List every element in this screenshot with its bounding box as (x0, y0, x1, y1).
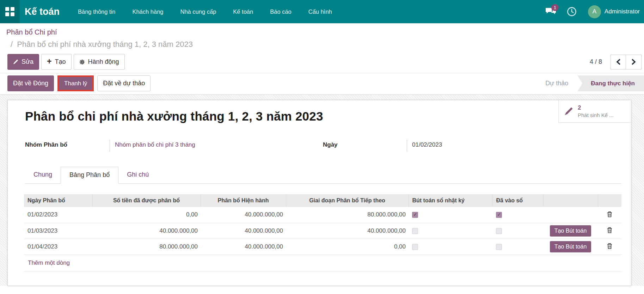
cell-allocated: 40.000.000,00 (92, 223, 201, 239)
header-allocation-date[interactable]: Ngày Phân bổ (24, 194, 92, 207)
record-title: Phân bổ chi phí nhà xưởng tháng 1, 2, 3 … (25, 109, 550, 123)
delete-row-button[interactable] (606, 226, 613, 234)
gear-icon (79, 59, 85, 65)
cell-next: 40.000.000,00 (286, 223, 409, 239)
cell-date: 01/03/2023 (24, 223, 92, 239)
top-navbar: Kế toán Bảng thông tin Khách hàng Nhà cu… (0, 0, 644, 23)
clock-icon (567, 7, 577, 17)
liquidate-button[interactable]: Thanh lý (59, 77, 92, 90)
chevron-right-icon (631, 59, 636, 65)
allocation-group-label: Nhóm Phân bổ (25, 140, 110, 148)
statusbar: Đặt về Đóng Thanh lý Đặt về dự thảo Dự t… (0, 73, 644, 95)
trash-icon (607, 211, 612, 218)
date-label: Ngày (323, 140, 407, 148)
cell-next: 80.000.000,00 (286, 207, 409, 223)
add-line-link[interactable]: Thêm một dòng (24, 255, 621, 271)
journal-entries-stat-button[interactable]: 2 Phát sinh Kế ... (558, 100, 631, 123)
table-header-row: Ngày Phân bổ Số tiền đã được phân bổ Phâ… (24, 194, 621, 207)
journal-entry-checkbox[interactable] (412, 212, 418, 218)
menu-item-vendors[interactable]: Nhà cung cấp (172, 0, 225, 23)
table-row[interactable]: 01/02/2023 0,00 40.000.000,00 80.000.000… (24, 207, 621, 223)
stat-label: Phát sinh Kế ... (578, 112, 614, 119)
journal-entry-checkbox[interactable] (412, 228, 418, 234)
create-button[interactable]: + Tạo (41, 54, 71, 70)
main-menu: Bảng thông tin Khách hàng Nhà cung cấp K… (69, 0, 341, 23)
allocation-group-value-link[interactable]: Nhóm phân bổ chi phí 3 tháng (115, 141, 195, 148)
table-row[interactable]: 01/03/2023 40.000.000,00 40.000.000,00 4… (24, 223, 621, 239)
menu-item-settings[interactable]: Cấu hình (300, 0, 341, 23)
header-current-allocation[interactable]: Phân bổ Hiện hành (201, 194, 286, 207)
form-toolbar: Sửa + Tạo Hành động 4 / 8 (0, 49, 644, 73)
user-name: Administrator (605, 8, 640, 15)
cell-current: 40.000.000,00 (201, 223, 286, 239)
cell-date: 01/04/2023 (24, 239, 92, 255)
state-running[interactable]: Đang thực hiện (577, 75, 644, 91)
create-entry-button[interactable]: Tạo Bút toán (550, 225, 591, 237)
cell-next: 0,00 (286, 239, 409, 255)
menu-item-reports[interactable]: Báo cáo (262, 0, 300, 23)
delete-row-button[interactable] (606, 210, 613, 218)
trash-icon (607, 243, 612, 249)
cell-allocated: 80.000.000,00 (92, 239, 201, 255)
trash-icon (607, 227, 612, 233)
allocation-table: Ngày Phân bổ Số tiền đã được phân bổ Phâ… (24, 194, 621, 271)
messages-button[interactable]: 1 (545, 7, 556, 16)
posted-checkbox[interactable] (496, 228, 502, 234)
apps-grid-icon (5, 7, 14, 16)
pager-counter: 4 / 8 (590, 58, 602, 66)
header-next-period[interactable]: Giai đoạn Phân bổ Tiếp theo (286, 194, 409, 207)
record-pager: 4 / 8 (590, 55, 642, 69)
create-entry-button[interactable]: Tạo Bút toán (550, 241, 591, 252)
pencil-icon (564, 107, 573, 116)
user-avatar: A (588, 5, 601, 18)
set-closed-button[interactable]: Đặt về Đóng (7, 75, 54, 91)
journal-entry-checkbox[interactable] (412, 244, 418, 250)
header-journal-entry[interactable]: Bút toán sổ nhật ký (409, 194, 492, 207)
delete-row-button[interactable] (606, 242, 613, 250)
state-draft[interactable]: Dự thảo (536, 75, 577, 91)
form-sheet: 2 Phát sinh Kế ... Phân bổ chi phí nhà x… (7, 100, 631, 286)
posted-checkbox[interactable] (496, 212, 502, 218)
tab-notes[interactable]: Ghi chú (118, 167, 157, 183)
posted-checkbox[interactable] (496, 244, 502, 250)
activities-button[interactable] (567, 7, 577, 17)
header-posted[interactable]: Đã vào sổ (492, 194, 543, 207)
tab-allocation-table[interactable]: Bảng Phân bổ (61, 167, 118, 184)
header-amount-allocated[interactable]: Số tiền đã được phân bổ (92, 194, 201, 207)
set-draft-button[interactable]: Đặt về dự thảo (97, 75, 151, 91)
table-row[interactable]: 01/04/2023 80.000.000,00 40.000.000,00 0… (24, 239, 621, 255)
breadcrumb-current-line: / Phân bổ chi phí nhà xưởng tháng 1, 2, … (11, 40, 644, 49)
pencil-icon (13, 59, 18, 65)
header-actions (543, 194, 598, 207)
cell-current: 40.000.000,00 (201, 239, 286, 255)
form-background: 2 Phát sinh Kế ... Phân bổ chi phí nhà x… (0, 95, 644, 286)
cell-allocated: 0,00 (92, 207, 201, 223)
cell-current: 40.000.000,00 (201, 207, 286, 223)
message-count-badge: 1 (551, 4, 559, 11)
header-delete (598, 194, 621, 207)
field-group: Nhóm Phân bổ Nhóm phân bổ chi phí 3 thán… (25, 140, 614, 152)
notebook-tabs: Chung Bảng Phân bổ Ghi chú (25, 167, 621, 184)
apps-menu-button[interactable] (0, 0, 20, 23)
state-widget: Dự thảo Đang thực hiện (536, 75, 644, 91)
app-brand[interactable]: Kế toán (25, 6, 60, 17)
pager-previous-button[interactable] (611, 55, 626, 69)
navbar-right: 1 A Administrator (545, 5, 644, 18)
breadcrumb-parent-link[interactable]: Phân bổ Chi phí (6, 28, 57, 36)
pager-next-button[interactable] (626, 55, 642, 69)
cell-date: 01/02/2023 (24, 207, 92, 223)
highlight-box: Thanh lý (57, 75, 94, 91)
plus-icon: + (47, 57, 51, 66)
breadcrumb-current: Phân bổ chi phí nhà xưởng tháng 1, 2, 3 … (17, 40, 193, 49)
user-menu[interactable]: A Administrator (588, 5, 640, 18)
stat-count: 2 (578, 104, 614, 112)
menu-item-accounting[interactable]: Kế toán (225, 0, 262, 23)
breadcrumb-separator: / (11, 40, 13, 49)
tab-general[interactable]: Chung (25, 167, 61, 183)
menu-item-customers[interactable]: Khách hàng (124, 0, 172, 23)
date-value: 01/02/2023 (407, 140, 614, 152)
chevron-left-icon (616, 59, 621, 65)
edit-button[interactable]: Sửa (7, 54, 39, 70)
menu-item-dashboard[interactable]: Bảng thông tin (69, 0, 124, 23)
action-menu-button[interactable]: Hành động (74, 54, 125, 70)
